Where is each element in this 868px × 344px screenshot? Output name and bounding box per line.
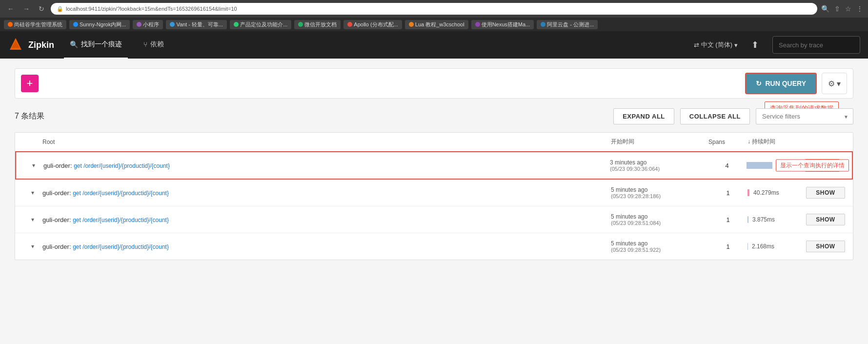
time-col-4: 5 minutes ago (05/23 09:28:51:922) [611,240,708,253]
run-query-icon: ↻ [756,80,762,87]
settings-gear-icon: ⚙ [828,79,835,88]
col-start-time: 开始时间 [611,138,708,146]
settings-chevron-icon: ▾ [837,79,841,88]
search-by-trace-input[interactable] [772,36,860,54]
table-row: ▾ guli-order: get /order/{userid}/{produ… [15,206,853,233]
language-selector[interactable]: ⇄ 中文 (简体) ▾ [694,40,738,49]
spans-col-4: 1 [708,243,747,250]
show-button-2[interactable]: SHOW [806,187,845,199]
url-bar[interactable]: 🔒 localhost:9411/zipkin/?lookback=15m&en… [51,3,817,15]
row-expand-btn-2[interactable]: ▾ [23,189,42,196]
row-expand-btn-4[interactable]: ▾ [23,243,42,250]
duration-col-4: 2.168ms [747,243,806,250]
browser-right-icons: 🔍 ⇧ ☆ ⋮ [821,5,863,13]
url-text: localhost:9411/zipkin/?lookback=15m&endT… [66,6,237,12]
nav-refresh-btn[interactable]: ↻ [36,4,47,14]
expand-all-button[interactable]: EXPAND ALL [613,108,674,124]
search-icon: 🔍 [821,5,829,13]
col-duration: ↓ 持续时间 [747,138,806,146]
browser-chrome: ← → ↻ 🔒 localhost:9411/zipkin/?lookback=… [0,0,868,18]
spans-col-2: 1 [708,189,747,197]
collapse-all-button[interactable]: COLLAPSE ALL [680,108,750,124]
duration-col-3: 3.875ms [747,216,806,223]
results-count: 7 条结果 [15,111,607,121]
bookmark-7[interactable]: Apollo (分布式配... [343,20,402,29]
time-col-2: 5 minutes ago (05/23 09:28:28:186) [611,186,708,199]
app-header: Zipkin 🔍 找到一个痕迹 ⑂ 依赖 ⇄ 中文 (简体) ▾ ⬆ [0,31,868,59]
bookmark-1[interactable]: 尚硅谷学生管理系统 [4,20,66,29]
row-expand-btn-3[interactable]: ▾ [23,216,42,223]
search-nav-icon: 🔍 [70,40,78,48]
run-query-button[interactable]: ↻ RUN QUERY [745,73,817,94]
bookmark-10[interactable]: 阿里云盘 - 公测进... [537,20,598,29]
trace-info-2: guli-order: get /order/{userid}/{product… [42,189,611,197]
row-expand-btn-1[interactable]: ▾ [24,162,43,169]
bookmark-3[interactable]: 小程序 [133,20,163,29]
show-button-4[interactable]: SHOW [806,241,845,252]
spans-col-3: 1 [708,216,747,223]
results-header: 7 条结果 EXPAND ALL COLLAPSE ALL Service fi… [15,108,853,124]
nav-back-btn[interactable]: ← [5,4,17,14]
duration-col-2: 40.279ms [747,189,806,196]
upload-button[interactable]: ⬆ [747,38,763,52]
bookmark-6[interactable]: 微信开放文档 [294,20,341,29]
duration-bar-4 [747,243,748,250]
nav-forward-btn[interactable]: → [20,4,32,14]
main-content: + ↻ RUN QUERY ⚙ ▾ 查询采集到的请求数据 7 条结果 EXPAN… [0,59,868,344]
duration-bar-3 [747,216,748,223]
trace-info-4: guli-order: get /order/{userid}/{product… [42,243,611,250]
service-filters-wrapper: Service filters [756,108,853,124]
query-area: + ↻ RUN QUERY ⚙ ▾ 查询采集到的请求数据 [15,68,853,99]
time-col-1: 3 minutes ago (05/23 09:30:36:064) [610,159,707,172]
duration-bar-1 [747,162,772,169]
bookmark-2[interactable]: Sunny-Ngrok内网... [69,20,130,29]
results-table: Root 开始时间 Spans ↓ 持续时间 ▾ guli-order: get… [15,132,853,260]
bookmark-9[interactable]: 使用Nexus搭建Ma... [471,20,534,29]
settings-button[interactable]: ⚙ ▾ [822,73,847,94]
bookmark-8[interactable]: Lua 教程_w3cschool [405,20,468,29]
lang-chevron-icon: ▾ [734,41,738,49]
show-tooltip-1: 显示一个查询执行的详情 [776,160,849,172]
bookmark-5[interactable]: 产品定位及功能介... [230,20,291,29]
share-icon: ⇧ [834,5,840,13]
bookmark-4[interactable]: Vant - 轻量、可靠... [166,20,227,29]
time-col-3: 5 minutes ago (05/23 09:28:51:084) [611,213,708,226]
action-col-1: SHOW 显示一个查询执行的详情 [805,159,844,172]
app-logo: Zipkin [8,37,54,53]
spans-col-1: 4 [707,162,747,169]
table-header: Root 开始时间 Spans ↓ 持续时间 [15,133,853,151]
show-button-3[interactable]: SHOW [806,214,845,225]
trace-info-1: guli-order: get /order/{userid}/{product… [43,162,610,169]
translate-icon: ⇄ [694,41,699,49]
zipkin-logo-icon [8,37,23,53]
table-row: ▾ guli-order: get /order/{userid}/{produ… [15,151,853,180]
app-name: Zipkin [28,40,54,50]
nav-dependencies[interactable]: ⑂ 依赖 [138,31,170,59]
table-row: ▾ guli-order: get /order/{userid}/{produ… [15,180,853,206]
col-spans: Spans [708,139,747,145]
bookmarks-bar: 尚硅谷学生管理系统 Sunny-Ngrok内网... 小程序 Vant - 轻量… [0,18,868,31]
nav-find-trace[interactable]: 🔍 找到一个痕迹 [64,31,128,59]
duration-bar-2 [747,189,749,196]
service-filters-select[interactable]: Service filters [756,108,853,124]
trace-info-3: guli-order: get /order/{userid}/{product… [42,216,611,223]
query-bar: + ↻ RUN QUERY ⚙ ▾ [15,68,853,99]
add-filter-button[interactable]: + [21,75,39,92]
menu-icon: ⋮ [856,5,863,13]
table-row: ▾ guli-order: get /order/{userid}/{produ… [15,233,853,260]
bookmark-icon: ☆ [845,5,851,13]
col-root: Root [42,139,611,145]
deps-nav-icon: ⑂ [143,40,147,48]
